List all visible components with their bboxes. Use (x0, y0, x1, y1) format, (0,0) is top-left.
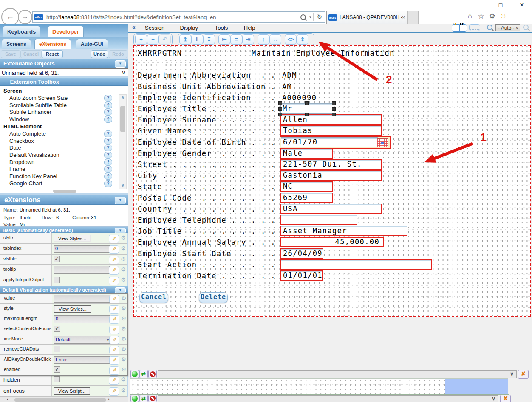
search-caret-icon[interactable]: ▾ (309, 15, 311, 19)
toolbar-center-vertical-button[interactable]: ‖ (191, 34, 203, 45)
close-session-button-2[interactable]: ✘ (500, 395, 511, 402)
mini-screen-strip[interactable] (130, 378, 508, 395)
search-icon[interactable] (300, 14, 306, 20)
input-field[interactable]: Male (280, 148, 333, 159)
forward-button[interactable]: → (18, 10, 32, 24)
refresh-icon[interactable]: ↻ (317, 13, 322, 21)
input-field[interactable]: USA (280, 204, 382, 214)
undo-button[interactable]: Undo (91, 50, 108, 58)
toolbox-item-frame[interactable]: Frame (9, 166, 25, 172)
sidebar-tab-keyboards[interactable]: Keyboards (3, 26, 40, 37)
help-icon[interactable]: ? (104, 152, 112, 159)
edit-pencil-icon[interactable]: ✎ (109, 295, 119, 303)
edit-pencil-icon[interactable]: ✎ (109, 266, 119, 275)
terminal-screen-canvas[interactable]: XHRRPGTRN Maintain Employee Information … (133, 45, 531, 317)
selection-handle[interactable] (278, 101, 282, 105)
toolbox-item-auto-zoom-screen-size[interactable]: Auto Zoom Screen Size (9, 95, 68, 101)
extensions-panel-dropdown-button[interactable]: ▼ (115, 197, 126, 204)
property-control-style[interactable]: View Styles... (54, 305, 91, 313)
input-field[interactable]: 26/04/09 (280, 248, 323, 259)
view-styles-button[interactable]: View Styles... (54, 305, 91, 313)
window-close-button[interactable]: × (515, 2, 528, 9)
property-control-onFocus[interactable]: View Script... (54, 387, 90, 395)
toolbox-item-dropdown[interactable]: Dropdown (9, 159, 34, 165)
help-icon[interactable]: ? (104, 180, 112, 187)
property-control-tabIndex[interactable]: 0 (54, 245, 110, 253)
scroll-up-icon[interactable]: ∧ (119, 95, 126, 100)
property-control-removeCUADots[interactable] (54, 346, 60, 354)
bar-collapse-chevron-icon[interactable]: ∨ (510, 371, 514, 377)
toolbar-align-top-button[interactable]: ↥ (179, 34, 191, 45)
help-icon[interactable]: ? (104, 102, 112, 109)
date-input[interactable]: 6/01/70 (281, 137, 378, 147)
settings-gear-icon[interactable]: ⚙ (119, 346, 128, 354)
session-refresh-button-2[interactable]: ⇄ (139, 395, 148, 402)
toolbar-align-left-button[interactable]: ⇤ (218, 34, 230, 45)
input-field[interactable] (280, 215, 357, 225)
property-input[interactable]: Enter (54, 356, 110, 364)
close-session-button-1[interactable]: ✘ (518, 370, 529, 379)
toolbox-item-window[interactable]: Window (9, 116, 29, 122)
new-tab-button[interactable] (407, 11, 419, 25)
edit-pencil-icon[interactable]: ✎ (109, 376, 119, 385)
help-icon[interactable]: ? (104, 95, 112, 102)
sidebar-subtab-screens[interactable]: Screens (2, 39, 31, 49)
property-input[interactable]: 0 (54, 245, 110, 253)
selection-handle[interactable] (305, 113, 309, 116)
help-icon[interactable]: ? (104, 109, 112, 116)
property-checkbox[interactable]: ✓ (54, 256, 60, 262)
edit-pencil-icon[interactable]: ✎ (109, 366, 119, 375)
help-icon[interactable]: ? (104, 159, 112, 166)
sidebar-subtab-auto-gui[interactable]: Auto-GUI (76, 39, 108, 49)
toolbox-vscrollbar[interactable]: ∧ ∨ (119, 94, 127, 189)
sidebar-tab-developer[interactable]: Developer (48, 26, 84, 37)
help-icon[interactable]: ? (104, 173, 112, 180)
input-field[interactable]: 45,000.00 (280, 237, 384, 247)
toolbox-item-auto-complete[interactable]: Auto Complete (9, 130, 46, 137)
selection-handle[interactable] (278, 113, 282, 116)
property-control-imeMode[interactable]: Default (54, 336, 111, 344)
toolbar-size-horizontal-button[interactable]: ↔ (269, 34, 281, 45)
window-maximize-button[interactable]: □ (494, 2, 507, 9)
grid-dots-button[interactable] (469, 24, 480, 31)
property-input[interactable] (54, 266, 110, 274)
hscroll-thumb[interactable] (14, 398, 106, 402)
toolbox-item-checkbox[interactable]: Checkbox (9, 138, 34, 144)
selection-handle[interactable] (332, 101, 336, 105)
input-field[interactable]: 65269 (280, 193, 333, 203)
input-field[interactable]: NC (280, 181, 333, 192)
settings-gear-icon[interactable]: ⚙ (119, 277, 128, 284)
selection-handle[interactable] (305, 101, 309, 105)
settings-gear-icon[interactable]: ⚙ (119, 295, 128, 303)
property-control-applyToInputOutput[interactable] (54, 277, 60, 284)
delete-screen-button[interactable]: Delete (199, 292, 228, 303)
input-field[interactable]: 01/01/01 (280, 270, 323, 281)
toolbar-align-right-button[interactable]: ⇥ (242, 34, 254, 45)
toolbox-item-date[interactable]: Date (9, 144, 21, 151)
help-icon[interactable]: ? (104, 130, 112, 137)
toolbar-make-equal-button[interactable]: = (230, 34, 242, 45)
toolbox-item-default-visualization[interactable]: Default Visualization (9, 152, 59, 158)
zoom-out-icon[interactable] (523, 25, 529, 31)
input-field[interactable] (280, 259, 432, 270)
collapse-sidebar-icon[interactable]: « (132, 24, 136, 31)
property-input[interactable]: 0 (54, 315, 110, 323)
toolbar-add-button[interactable]: + (135, 34, 147, 45)
settings-gear-icon[interactable]: ⚙ (119, 326, 128, 333)
session-refresh-button[interactable]: ⇄ (139, 370, 148, 378)
help-icon[interactable]: ? (104, 166, 112, 173)
settings-gear-icon[interactable]: ⚙ (119, 235, 128, 242)
edit-pencil-icon[interactable]: ✎ (109, 356, 119, 365)
toolbar-expand-collapse-button[interactable]: ⇕ (297, 34, 308, 45)
edit-pencil-icon[interactable]: ✎ (109, 305, 119, 314)
selection-handle[interactable] (332, 113, 336, 116)
selection-handle[interactable] (332, 107, 336, 111)
panel-hscrollbar[interactable]: ‹ › (0, 397, 128, 402)
property-checkbox[interactable]: ✓ (54, 366, 60, 373)
input-field[interactable]: 221-507 Dui. St. (280, 159, 382, 170)
reset-button[interactable]: Reset (42, 50, 63, 58)
view-script-button[interactable]: View Script... (54, 387, 90, 395)
settings-gear-icon[interactable]: ⚙ (119, 266, 128, 274)
url-text[interactable]: http://lansa08:8311/ts/ts2/index.html?de… (46, 14, 216, 20)
property-control-tooltip[interactable] (54, 266, 110, 274)
